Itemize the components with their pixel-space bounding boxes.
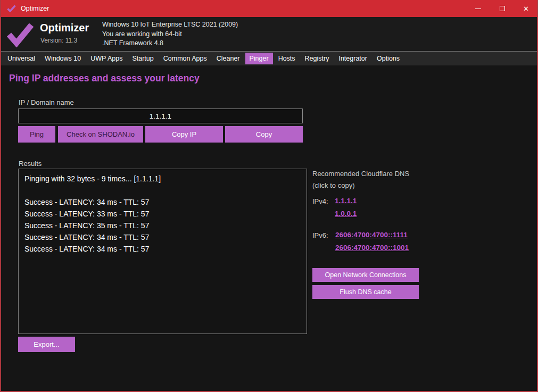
title-bar: Optimizer ✕ [0, 0, 538, 17]
copy-button[interactable]: Copy [225, 126, 303, 143]
tab-cleaner[interactable]: Cleaner [212, 53, 244, 64]
tab-windows-10[interactable]: Windows 10 [40, 53, 85, 64]
dns-panel-subtitle: (click to copy) [312, 181, 354, 189]
ipv4-link-secondary[interactable]: 1.0.0.1 [335, 210, 357, 218]
window-title: Optimizer [21, 5, 49, 12]
tab-bar: Universal Windows 10 UWP Apps Startup Co… [1, 51, 537, 65]
system-info-os: Windows 10 IoT Enterprise LTSC 2021 (200… [102, 20, 238, 30]
results-line: Success - LATENCY: 34 ms - TTL: 57 [24, 231, 301, 243]
tab-pinger[interactable]: Pinger [245, 53, 273, 64]
tab-integrator[interactable]: Integrator [334, 53, 371, 64]
ipv6-link-secondary[interactable]: 2606:4700:4700::1001 [335, 244, 409, 252]
results-box[interactable]: Pinging with 32 bytes - 9 times... [1.1.… [18, 169, 307, 334]
results-line: Success - LATENCY: 34 ms - TTL: 57 [24, 243, 301, 255]
system-info: Windows 10 IoT Enterprise LTSC 2021 (200… [102, 20, 238, 48]
ipv4-link-primary[interactable]: 1.1.1.1 [335, 197, 357, 205]
tab-universal[interactable]: Universal [3, 53, 39, 64]
flush-dns-cache-button[interactable]: Flush DNS cache [312, 285, 419, 299]
checkmark-icon [7, 5, 16, 12]
system-info-dotnet: .NET Framework 4.8 [102, 39, 238, 48]
minimize-icon [475, 9, 481, 9]
results-line: Pinging with 32 bytes - 9 times... [1.1.… [24, 173, 301, 185]
tab-options[interactable]: Options [373, 53, 404, 64]
tab-registry[interactable]: Registry [301, 53, 334, 64]
maximize-icon [500, 6, 505, 11]
results-line [24, 185, 301, 196]
ipv4-label: IPv4: [312, 197, 328, 205]
tab-uwp-apps[interactable]: UWP Apps [86, 53, 127, 64]
system-info-arch: You are working with 64-bit [102, 30, 238, 39]
ip-domain-input[interactable] [18, 109, 303, 123]
tab-startup[interactable]: Startup [128, 53, 158, 64]
open-network-connections-button[interactable]: Open Network Connections [312, 268, 419, 282]
maximize-button[interactable] [490, 0, 514, 17]
results-label: Results [19, 160, 42, 168]
ipv6-link-primary[interactable]: 2606:4700:4700::1111 [335, 231, 408, 239]
check-shodan-button[interactable]: Check on SHODAN.io [58, 126, 143, 143]
tab-hosts[interactable]: Hosts [274, 53, 300, 64]
app-name: Optimizer [40, 22, 89, 34]
results-line: Success - LATENCY: 35 ms - TTL: 57 [24, 220, 301, 231]
close-icon: ✕ [523, 5, 529, 12]
export-button[interactable]: Export... [18, 337, 75, 352]
ping-button[interactable]: Ping [18, 126, 55, 143]
app-window: Optimizer ✕ Optimizer Version: 11.3 Wind… [0, 0, 538, 392]
results-line: Success - LATENCY: 33 ms - TTL: 57 [24, 208, 301, 220]
minimize-button[interactable] [466, 0, 490, 17]
app-header: Optimizer Version: 11.3 Windows 10 IoT E… [1, 17, 537, 51]
results-line: Success - LATENCY: 34 ms - TTL: 57 [24, 196, 301, 208]
tab-common-apps[interactable]: Common Apps [159, 53, 211, 64]
window-controls: ✕ [466, 0, 538, 17]
app-logo-checkmark-icon [6, 21, 34, 49]
close-button[interactable]: ✕ [514, 0, 538, 17]
copy-ip-button[interactable]: Copy IP [145, 126, 223, 143]
app-version: Version: 11.3 [40, 37, 77, 44]
ipv6-label: IPv6: [312, 231, 328, 239]
dns-panel-title: Recommended Cloudflare DNS [312, 170, 409, 178]
ip-domain-label: IP / Domain name [19, 98, 74, 106]
page-title: Ping IP addresses and assess your latenc… [9, 73, 200, 84]
